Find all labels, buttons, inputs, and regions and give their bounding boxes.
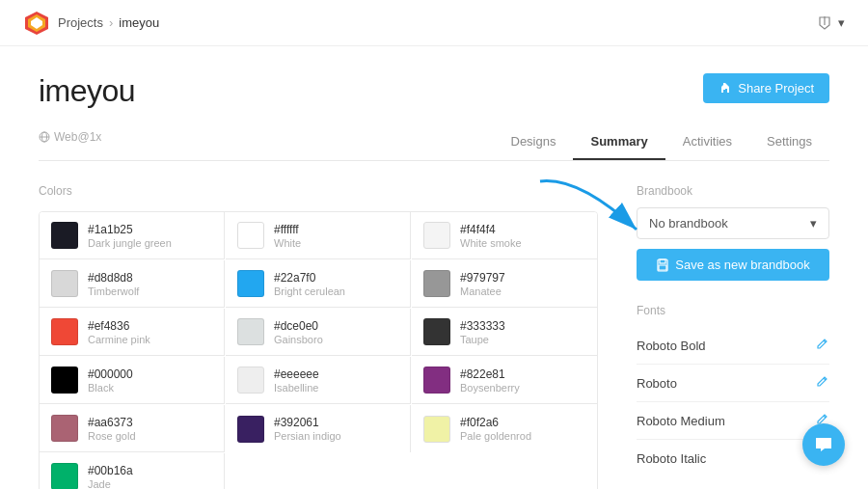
color-name: Isabelline — [274, 382, 319, 394]
right-panel: Brandbook No brandbook ▾ — [637, 184, 829, 489]
font-item: Roboto — [637, 365, 829, 402]
color-swatch — [423, 416, 450, 443]
color-item: #f4f4f4White smoke — [412, 212, 597, 259]
projects-link[interactable]: Projects — [58, 15, 103, 30]
font-item: Roboto Bold — [637, 327, 829, 365]
color-name: Persian indigo — [274, 430, 341, 442]
share-project-button[interactable]: Share Project — [703, 73, 829, 103]
nav-actions[interactable]: ▾ — [817, 15, 845, 31]
color-item: #ffffffWhite — [226, 212, 411, 259]
color-item: #ef4836Carmine pink — [40, 309, 225, 356]
color-info: #dce0e0Gainsboro — [274, 319, 323, 345]
save-brandbook-button[interactable]: Save as new brandbook — [637, 249, 829, 281]
color-swatch — [423, 270, 450, 297]
tabs-container: Designs Summary Activities Settings — [494, 124, 830, 160]
color-info: #979797Manatee — [460, 271, 505, 297]
color-hex: #ef4836 — [88, 319, 150, 333]
color-name: Manatee — [460, 285, 505, 297]
nav-left: Projects › imeyou — [23, 10, 159, 37]
color-name: White smoke — [460, 237, 522, 249]
font-edit-icon[interactable] — [816, 374, 829, 392]
brandbook-label: Brandbook — [637, 184, 829, 198]
font-name: Roboto — [637, 376, 677, 391]
font-name: Roboto Italic — [637, 451, 706, 466]
project-header: imeyou Share Project — [39, 46, 829, 109]
color-item: #979797Manatee — [412, 260, 597, 308]
color-name: Pale goldenrod — [460, 430, 531, 442]
svg-rect-10 — [660, 259, 665, 263]
breadcrumb-sep: › — [109, 15, 113, 30]
color-name: Taupe — [460, 334, 505, 345]
font-name: Roboto Bold — [637, 339, 706, 353]
color-swatch — [237, 318, 264, 345]
color-info: #000000Black — [88, 367, 133, 394]
color-info: #f4f4f4White smoke — [460, 223, 522, 249]
color-hex: #f4f4f4 — [460, 223, 522, 236]
color-hex: #00b16a — [88, 464, 133, 477]
font-item: Roboto Medium — [637, 402, 829, 440]
color-name: Gainsboro — [274, 334, 323, 345]
breadcrumb-current: imeyou — [119, 15, 159, 30]
fonts-label: Fonts — [637, 304, 829, 317]
color-hex: #333333 — [460, 319, 505, 333]
top-nav: Projects › imeyou ▾ — [0, 0, 868, 46]
color-swatch — [237, 222, 264, 249]
chat-button[interactable] — [802, 423, 845, 466]
color-item: #1a1b25Dark jungle green — [40, 212, 225, 259]
color-hex: #d8d8d8 — [88, 271, 139, 285]
project-title: imeyou — [39, 73, 135, 109]
color-hex: #392061 — [274, 416, 341, 429]
color-item: #000000Black — [40, 357, 225, 404]
color-swatch — [423, 318, 450, 345]
color-info: #22a7f0Bright cerulean — [274, 271, 345, 297]
color-swatch — [423, 367, 450, 394]
font-item: Roboto Italic — [637, 440, 829, 476]
color-name: Dark jungle green — [88, 237, 172, 249]
svg-rect-4 — [723, 83, 725, 90]
font-name: Roboto Medium — [637, 414, 725, 428]
tab-activities[interactable]: Activities — [665, 124, 749, 160]
fonts-section: Fonts Roboto BoldRobotoRoboto MediumRobo… — [637, 304, 829, 476]
fonts-list: Roboto BoldRobotoRoboto MediumRoboto Ita… — [637, 327, 829, 476]
color-item: #22a7f0Bright cerulean — [226, 260, 411, 308]
color-name: Timberwolf — [88, 285, 139, 297]
color-item: #333333Taupe — [412, 309, 597, 356]
color-info: #aa6373Rose gold — [88, 416, 136, 442]
main-content: imeyou Share Project Web@1x Designs Summ… — [0, 46, 868, 489]
chat-icon — [814, 435, 833, 454]
color-item: #d8d8d8Timberwolf — [40, 260, 225, 308]
tab-settings[interactable]: Settings — [749, 124, 829, 160]
color-name: Boysenberry — [460, 382, 520, 394]
color-item: #392061Persian indigo — [226, 405, 411, 452]
color-info: #392061Persian indigo — [274, 416, 341, 442]
brandbook-select[interactable]: No brandbook ▾ — [637, 207, 829, 239]
share-button-label: Share Project — [738, 81, 814, 95]
logo-icon — [23, 10, 50, 37]
nav-share-label: ▾ — [838, 15, 845, 30]
color-swatch — [51, 222, 78, 249]
color-name: Bright cerulean — [274, 285, 345, 297]
tab-designs[interactable]: Designs — [494, 124, 574, 160]
color-info: #ffffffWhite — [274, 223, 301, 249]
color-item: #00b16aJade — [40, 453, 225, 489]
color-item: #aa6373Rose gold — [40, 405, 225, 452]
color-info: #333333Taupe — [460, 319, 505, 345]
font-edit-icon[interactable] — [816, 337, 829, 354]
share-nav-icon — [817, 15, 832, 31]
color-info: #1a1b25Dark jungle green — [88, 223, 172, 249]
color-swatch — [51, 415, 78, 442]
color-hex: #dce0e0 — [274, 319, 323, 333]
colors-grid: #1a1b25Dark jungle green#ffffffWhite#f4f… — [39, 211, 598, 489]
brandbook-select-value: No brandbook — [649, 216, 728, 231]
color-info: #00b16aJade — [88, 464, 133, 490]
color-swatch — [237, 416, 264, 443]
svg-rect-11 — [659, 265, 666, 270]
chevron-down-icon: ▾ — [810, 216, 817, 231]
save-brandbook-label: Save as new brandbook — [675, 258, 809, 272]
color-hex: #000000 — [88, 367, 133, 381]
color-info: #822e81Boysenberry — [460, 367, 520, 394]
tab-summary[interactable]: Summary — [573, 124, 665, 160]
color-name: Black — [88, 382, 133, 394]
color-item: #822e81Boysenberry — [412, 357, 597, 404]
color-item: #eeeeeeIsabelline — [226, 357, 411, 404]
